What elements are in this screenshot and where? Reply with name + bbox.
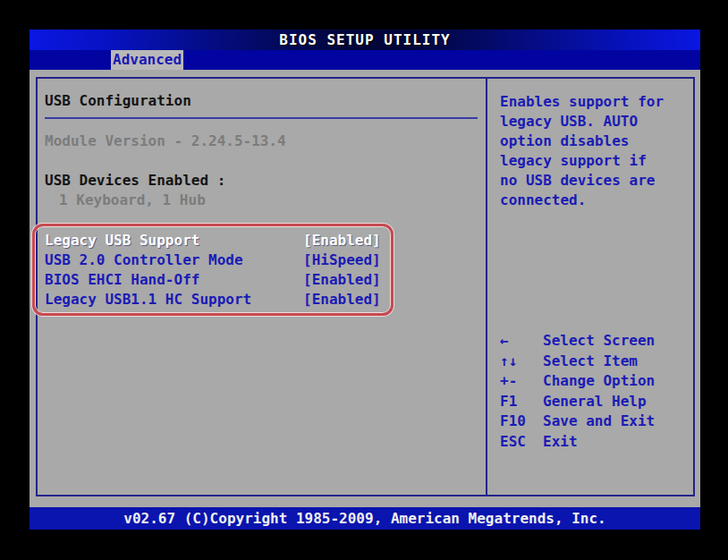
options-list: Legacy USB Support [Enabled] USB 2.0 Con… <box>45 232 474 310</box>
legend-row-exit: ESCExit <box>500 432 655 453</box>
module-version: Module Version - 2.24.5-13.4 <box>45 132 286 149</box>
option-value: [Enabled] <box>303 291 381 308</box>
tab-advanced[interactable]: Advanced <box>111 50 183 70</box>
option-label: BIOS EHCI Hand-Off <box>45 271 199 288</box>
section-title: USB Configuration <box>45 92 191 109</box>
f10-key: F10 <box>500 412 543 432</box>
usb-devices-value: 1 Keyboard, 1 Hub <box>59 191 206 208</box>
help-line: connected. <box>500 191 664 210</box>
bios-screen: BIOS SETUP UTILITY Advanced USB Configur… <box>0 0 728 560</box>
option-legacy-usb-support[interactable]: Legacy USB Support [Enabled] <box>45 232 474 251</box>
option-label: Legacy USB Support <box>45 232 199 249</box>
option-value: [Enabled] <box>303 271 381 288</box>
help-line: option disables <box>500 132 664 151</box>
legend-row-general-help: F1General Help <box>500 392 655 412</box>
copyright-bar: v02.67 (C)Copyright 1985-2009, American … <box>30 507 700 530</box>
f1-key: F1 <box>500 392 543 412</box>
option-value: [Enabled] <box>303 232 381 249</box>
legend-row-select-item: ↑↓Select Item <box>500 352 655 372</box>
content-frame: USB Configuration Module Version - 2.24.… <box>36 77 695 496</box>
help-line: no USB devices are <box>500 171 664 191</box>
legend-row-change-option: +-Change Option <box>500 371 655 392</box>
app-title: BIOS SETUP UTILITY <box>279 31 450 48</box>
legend-action: Exit <box>543 433 578 450</box>
legend-action: Select Item <box>543 352 638 369</box>
legend-row-save-and-exit: F10Save and Exit <box>500 412 655 432</box>
help-line: legacy USB. AUTO <box>500 112 664 132</box>
title-bar: BIOS SETUP UTILITY <box>30 30 700 50</box>
option-legacy-usb11-hc-support[interactable]: Legacy USB1.1 HC Support [Enabled] <box>45 291 474 310</box>
option-value: [HiSpeed] <box>303 251 381 268</box>
legend-action: Change Option <box>543 372 655 389</box>
panel-divider <box>486 79 487 495</box>
legend-action: General Help <box>543 393 647 410</box>
option-bios-ehci-hand-off[interactable]: BIOS EHCI Hand-Off [Enabled] <box>45 271 474 291</box>
section-rule <box>45 117 478 119</box>
up-down-arrows-icon: ↑↓ <box>500 352 543 372</box>
help-line: legacy support if <box>500 151 664 171</box>
copyright-text: v02.67 (C)Copyright 1985-2009, American … <box>123 510 605 527</box>
usb-devices-heading: USB Devices Enabled : <box>45 172 225 189</box>
option-label: USB 2.0 Controller Mode <box>45 251 243 268</box>
key-legend: ←Select Screen ↑↓Select Item +-Change Op… <box>500 331 655 453</box>
screen-body: USB Configuration Module Version - 2.24.… <box>30 70 700 507</box>
option-usb2-controller-mode[interactable]: USB 2.0 Controller Mode [HiSpeed] <box>45 251 474 271</box>
option-label: Legacy USB1.1 HC Support <box>45 291 251 308</box>
legend-row-select-screen: ←Select Screen <box>500 331 655 352</box>
plus-minus-keys: +- <box>500 371 543 392</box>
legend-action: Select Screen <box>543 332 655 349</box>
help-line: Enables support for <box>500 92 664 112</box>
esc-key: ESC <box>500 432 543 453</box>
left-arrow-icon: ← <box>500 331 543 352</box>
legend-action: Save and Exit <box>543 412 655 429</box>
menu-tab-bar: Advanced <box>30 50 700 70</box>
help-description: Enables support for legacy USB. AUTO opt… <box>500 92 664 210</box>
